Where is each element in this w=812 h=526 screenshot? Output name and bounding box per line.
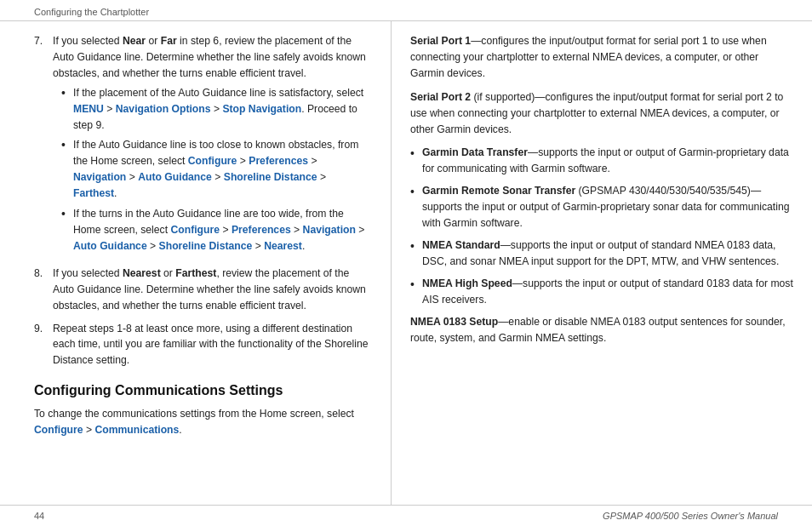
section-intro: To change the communications settings fr… — [34, 406, 372, 438]
configure-link[interactable]: Configure — [188, 155, 237, 167]
garmin-data-transfer: Garmin Data Transfer—supports the input … — [422, 145, 793, 177]
bullet-icon: • — [61, 137, 73, 154]
step-7-body: If you selected Near or Far in step 6, r… — [53, 35, 366, 79]
bullet-icon: • — [410, 237, 422, 254]
step-7: 7. If you selected Near or Far in step 6… — [34, 33, 372, 259]
list-item: • If the placement of the Auto Guidance … — [61, 85, 372, 134]
page-number: 44 — [34, 511, 44, 521]
navigation-link2[interactable]: Navigation — [303, 224, 356, 236]
garmin-remote-sonar: Garmin Remote Sonar Transfer (GPSMAP 430… — [422, 183, 793, 232]
step-9-body: Repeat steps 1-8 at least once more, usi… — [53, 323, 369, 367]
list-item: • NMEA Standard—supports the input or ou… — [410, 237, 793, 270]
stop-navigation-link[interactable]: Stop Navigation — [222, 103, 301, 115]
menu-link[interactable]: MENU — [73, 103, 104, 115]
step-7-text: If you selected Near or Far in step 6, r… — [53, 33, 372, 259]
step-9-text: Repeat steps 1-8 at least once more, usi… — [53, 321, 372, 369]
nearest-link[interactable]: Nearest — [264, 240, 302, 252]
bullet-icon: • — [61, 85, 73, 102]
serial-port-2-para: Serial Port 2 (if supported)—configures … — [410, 89, 793, 138]
bullet-text: If the turns in the Auto Guidance line a… — [73, 206, 372, 254]
right-column: Serial Port 1—configures the input/outpu… — [392, 21, 812, 505]
step-8: 8. If you selected Nearest or Farthest, … — [34, 266, 372, 314]
preferences-link2[interactable]: Preferences — [232, 224, 291, 236]
bullet-icon: • — [410, 145, 422, 162]
page: Configuring the Chartplotter 7. If you s… — [0, 0, 812, 526]
content-area: 7. If you selected Near or Far in step 6… — [0, 21, 812, 505]
section-heading: Configuring Communications Settings — [34, 380, 372, 402]
step-7-num: 7. — [34, 33, 53, 49]
bullet-text: If the Auto Guidance line is too close t… — [73, 137, 372, 202]
nmea-standard: NMEA Standard—supports the input or outp… — [422, 237, 793, 270]
step-9-num: 9. — [34, 321, 53, 337]
list-item: • If the turns in the Auto Guidance line… — [61, 206, 372, 254]
configure-comm-link[interactable]: Configure — [34, 424, 83, 436]
step-9: 9. Repeat steps 1-8 at least once more, … — [34, 321, 372, 369]
chapter-label: Configuring the Chartplotter — [0, 0, 812, 21]
manual-title: GPSMAP 400/500 Series Owner's Manual — [603, 511, 778, 521]
footer-bar: 44 GPSMAP 400/500 Series Owner's Manual — [0, 505, 812, 526]
nmea-high-speed: NMEA High Speed—supports the input or ou… — [422, 276, 793, 308]
auto-guidance-link2[interactable]: Auto Guidance — [73, 240, 147, 252]
serial-port-1-para: Serial Port 1—configures the input/outpu… — [410, 33, 793, 82]
bullet-text: If the placement of the Auto Guidance li… — [73, 85, 372, 134]
right-bullets: • Garmin Data Transfer—supports the inpu… — [410, 145, 793, 307]
auto-guidance-link[interactable]: Auto Guidance — [138, 171, 212, 183]
list-item: • Garmin Data Transfer—supports the inpu… — [410, 145, 793, 177]
step-8-body: If you selected Nearest or Farthest, rev… — [53, 267, 366, 312]
preferences-link[interactable]: Preferences — [249, 155, 308, 167]
shoreline-distance-link2[interactable]: Shoreline Distance — [159, 240, 253, 252]
steps-list: 7. If you selected Near or Far in step 6… — [34, 33, 372, 369]
list-item: • NMEA High Speed—supports the input or … — [410, 276, 793, 308]
step-8-num: 8. — [34, 266, 53, 282]
farthest-link[interactable]: Farthest — [73, 187, 114, 199]
list-item: • If the Auto Guidance line is too close… — [61, 137, 372, 202]
list-item: • Garmin Remote Sonar Transfer (GPSMAP 4… — [410, 183, 793, 232]
communications-link[interactable]: Communications — [94, 424, 179, 436]
configure-link2[interactable]: Configure — [170, 224, 220, 236]
left-column: 7. If you selected Near or Far in step 6… — [0, 21, 392, 505]
bullet-icon: • — [61, 206, 73, 223]
bullet-icon: • — [410, 183, 422, 200]
shoreline-distance-link[interactable]: Shoreline Distance — [224, 171, 317, 183]
navigation-options-link[interactable]: Navigation Options — [116, 103, 211, 115]
step-7-bullets: • If the placement of the Auto Guidance … — [61, 85, 372, 254]
step-8-text: If you selected Nearest or Farthest, rev… — [53, 266, 372, 314]
nmea-0183-setup-para: NMEA 0183 Setup—enable or disable NMEA 0… — [410, 314, 793, 346]
bullet-icon: • — [410, 276, 422, 293]
navigation-link[interactable]: Navigation — [73, 171, 126, 183]
